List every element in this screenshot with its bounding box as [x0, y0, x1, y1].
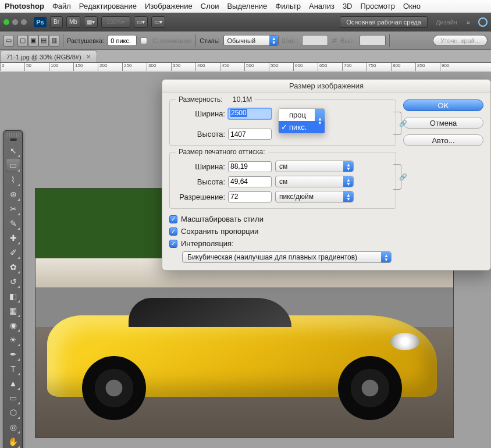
ruler-tick: 400 — [195, 63, 220, 71]
type-tool[interactable]: T — [6, 362, 20, 376]
resolution-input[interactable] — [228, 191, 272, 202]
document-size-fieldset: Размер печатного оттиска: Ширина: см▲▼ В… — [169, 152, 396, 209]
ruler-tick: 350 — [171, 63, 195, 71]
move-tool[interactable]: ↖ — [6, 144, 20, 158]
ruler-tick: 750 — [367, 63, 391, 71]
palette-collapse-icon[interactable] — [6, 138, 20, 142]
menu-view[interactable]: Просмотр — [361, 2, 395, 10]
pen-tool[interactable]: ✒ — [6, 347, 20, 361]
feather-input[interactable] — [108, 35, 137, 46]
doc-width-units-select[interactable]: см▲▼ — [275, 161, 354, 172]
px-width-label: Ширина: — [176, 109, 228, 118]
pixel-dimensions-fieldset: Размерность: 10,1M Ширина: 2500 проц пик… — [169, 99, 396, 146]
quick-select-tool[interactable]: ⊛ — [6, 187, 20, 201]
app-name: Photoshop — [5, 2, 44, 10]
px-height-input[interactable] — [228, 129, 272, 140]
menu-image[interactable]: Изображение — [145, 2, 193, 10]
auto-button[interactable]: Авто... — [403, 134, 483, 146]
refine-edge-button[interactable]: Уточн. край... — [433, 35, 488, 46]
menu-filter[interactable]: Фильтр — [275, 2, 301, 10]
eraser-tool[interactable]: ◧ — [6, 289, 20, 303]
ruler-tick: 100 — [49, 63, 73, 71]
doc-width-input[interactable] — [228, 161, 272, 172]
hand-tool[interactable]: ✋ — [6, 435, 20, 448]
workspace-switcher[interactable]: Основная рабочая среда — [340, 16, 428, 28]
resample-checkbox[interactable]: ✓ Интерполяция: — [169, 239, 396, 248]
selection-new[interactable]: ▢ — [17, 35, 28, 47]
blur-tool[interactable]: ◉ — [6, 318, 20, 332]
ruler-tick: 450 — [220, 63, 244, 71]
menu-file[interactable]: Файл — [52, 2, 71, 10]
selection-mode-group: ▢ ▣ ▤ ▥ — [17, 35, 59, 47]
screen-mode-button[interactable]: ▭▾ — [151, 16, 165, 28]
resolution-label: Разрешение: — [176, 193, 228, 201]
overflow-icon[interactable]: » — [467, 19, 470, 26]
document-tab[interactable]: 71-1.jpg @ 30% (RGB/8#) ✕ — [0, 51, 97, 62]
palette-handle[interactable] — [6, 133, 20, 137]
selection-add[interactable]: ▣ — [28, 35, 38, 47]
ruler-tick: 500 — [244, 63, 269, 71]
tools-palette: ↖ ▭ ⌇ ⊛ ✂ ✎ ✚ ✐ ✿ ↺ ◧ ▦ ◉ ☀ ✒ T ▲ ▭ ⬡ ◎ … — [3, 130, 23, 448]
checkbox-icon: ✓ — [169, 215, 177, 223]
width-label: Шир.: — [282, 37, 298, 44]
view-extras-button[interactable]: ▦▾ — [84, 16, 98, 28]
close-tab-icon[interactable]: ✕ — [86, 54, 91, 60]
doc-width-label: Ширина: — [176, 162, 228, 171]
bridge-button[interactable]: Br — [50, 16, 63, 28]
eyedropper-tool[interactable]: ✎ — [6, 216, 20, 230]
tool-options-bar: ▭ ▢ ▣ ▤ ▥ Растушевка: Сглаживание Стиль:… — [0, 31, 491, 50]
3d-tool[interactable]: ⬡ — [6, 406, 20, 419]
ruler-tick: 650 — [318, 63, 342, 71]
3d-camera-tool[interactable]: ◎ — [6, 420, 20, 434]
doc-height-units-select[interactable]: см▲▼ — [275, 176, 354, 187]
constrain-link-icon[interactable]: 🔗 — [399, 120, 407, 127]
healing-tool[interactable]: ✚ — [6, 231, 20, 245]
history-brush-tool[interactable]: ↺ — [6, 275, 20, 289]
menu-3d[interactable]: 3D — [343, 2, 353, 10]
ruler-tick: 0 — [0, 63, 24, 71]
brush-tool[interactable]: ✐ — [6, 246, 20, 259]
resolution-units-select[interactable]: пикс/дюйм▲▼ — [275, 191, 354, 202]
tool-preset-icon[interactable]: ▭ — [3, 35, 14, 47]
height-label: Выс.: — [340, 37, 356, 44]
ruler-tick: 150 — [73, 63, 98, 71]
style-label: Стиль: — [200, 37, 219, 44]
swap-wh-icon: ⇄ — [332, 37, 337, 44]
menu-edit[interactable]: Редактирование — [79, 2, 137, 10]
gradient-tool[interactable]: ▦ — [6, 304, 20, 318]
menu-window[interactable]: Окно — [403, 2, 421, 10]
window-controls[interactable] — [3, 19, 27, 25]
ruler-tick: 550 — [269, 63, 293, 71]
arrange-docs-button[interactable]: ▭▾ — [134, 16, 148, 28]
menu-select[interactable]: Выделение — [227, 2, 267, 10]
ok-button[interactable]: OK — [403, 99, 483, 111]
dodge-tool[interactable]: ☀ — [6, 333, 20, 347]
px-width-input[interactable]: 2500 — [228, 108, 272, 119]
menu-analysis[interactable]: Анализ — [309, 2, 335, 10]
px-width-units-dropdown[interactable]: проц пикс. ▲▼ — [278, 108, 325, 134]
style-select[interactable]: Обычный▲▼ — [223, 35, 279, 46]
doc-constrain-link-icon[interactable]: 🔗 — [399, 173, 407, 181]
shape-tool[interactable]: ▭ — [6, 391, 20, 405]
scale-styles-checkbox[interactable]: ✓ Масштабировать стили — [169, 215, 396, 223]
workspace-dim: Дизайн — [436, 19, 457, 26]
zoom-level[interactable]: 200% ▾ — [101, 16, 130, 28]
fixed-height-input — [360, 35, 386, 46]
doc-height-input[interactable] — [228, 176, 272, 187]
stamp-tool[interactable]: ✿ — [6, 260, 20, 274]
constrain-proportions-checkbox[interactable]: ✓ Сохранить пропорции — [169, 227, 396, 236]
menu-layer[interactable]: Слои — [201, 2, 219, 10]
search-icon[interactable] — [478, 17, 488, 27]
pixel-dims-value: 10,1M — [233, 95, 252, 104]
marquee-tool[interactable]: ▭ — [6, 158, 20, 172]
ruler-tick: 850 — [415, 63, 440, 71]
crop-tool[interactable]: ✂ — [6, 202, 20, 216]
resample-method-select[interactable]: Бикубическая (наилучшая для плавных град… — [182, 251, 392, 263]
lasso-tool[interactable]: ⌇ — [6, 173, 20, 187]
cancel-button[interactable]: Отмена — [403, 117, 483, 129]
minibridge-button[interactable]: Mb — [66, 16, 80, 28]
app-toolbar: Ps Br Mb ▦▾ 200% ▾ ▭▾ ▭▾ Основная рабоча… — [0, 13, 491, 31]
path-select-tool[interactable]: ▲ — [6, 376, 20, 390]
selection-subtract[interactable]: ▤ — [38, 35, 49, 47]
selection-intersect[interactable]: ▥ — [49, 35, 59, 47]
